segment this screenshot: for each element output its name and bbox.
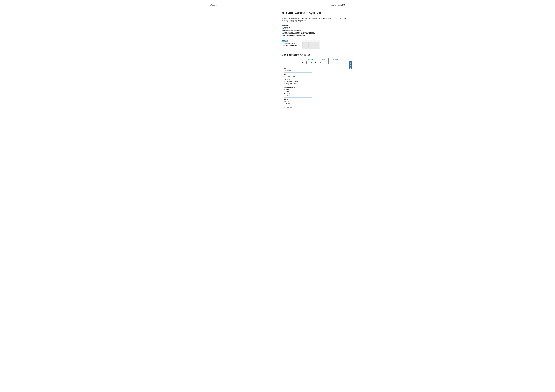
encoding-heading: TMRI 高速水冷式转矩马达 编码说明 xyxy=(282,54,347,56)
descriptor-label: 其它需求 xyxy=(284,98,312,100)
descriptor-block: 转子(磁铁)高度代码 5：50mm 7：70mm A：100mm F：150mm xyxy=(284,86,312,98)
descriptor-line: 5：50mm xyxy=(284,88,312,91)
descriptor-line: F：150mm xyxy=(284,95,312,97)
descriptor-label: 型式 xyxy=(284,73,312,75)
descriptor-line: G：矽钢片外径Φ530mm xyxy=(284,83,312,85)
descriptor-line: 7：70mm xyxy=(284,91,312,93)
feature-item: 最大瞬间转矩可达5300Nm xyxy=(282,29,347,32)
code-cell-c: C xyxy=(320,61,329,64)
side-tab: TMRI 高速水冷式转矩马达 xyxy=(349,61,352,69)
page-number-left: 30 xyxy=(208,4,209,6)
descriptor-label: 转子(磁铁)高度代码 xyxy=(284,86,312,89)
application-block: 应用范例： 工具机(Machine tool) 回转工作台(Rotary tab… xyxy=(282,40,347,49)
descriptor-line: A：100mm xyxy=(284,93,312,95)
descriptor-label: 矽钢片尺寸代码 xyxy=(284,79,312,81)
brand-right: HIWIN xyxy=(331,3,345,5)
descriptor-label: 系列 xyxy=(284,68,312,70)
descriptor-block: 其它需求 ：标准件 C：客制件 xyxy=(284,98,312,105)
descriptor-line: RI：高速定转子系列 xyxy=(284,75,312,77)
group-head-wiring: 配线代码 xyxy=(331,58,340,61)
descriptor-line: A：矽钢片外径Φ360mm xyxy=(284,81,312,83)
header-left: 30 HIWIN MR99TS01-1800 xyxy=(208,3,273,7)
descriptor-block: 矽钢片尺寸代码 A：矽钢片外径Φ360mm G：矽钢片外径Φ530mm xyxy=(284,78,312,86)
descriptor-block: 型式 RI：高速定转子系列 xyxy=(284,72,312,78)
brand-subtitle: Torque Motor (Direct Drive Motor) xyxy=(331,5,345,6)
descriptor-line: C：客制件 xyxy=(284,102,312,104)
intro-paragraph: 特殊设计，可搭配弱磁控制达到极高转速需求，同时适用各种需要大输出且精准定位之工业… xyxy=(282,17,347,22)
encoding-heading-text: TMRI 高速水冷式转矩马达 编码说明 xyxy=(284,54,310,56)
descriptor-area: 系列 TM：转矩马达 型式 RI：高速定转子系列 矽钢片尺寸代码 A：矽钢片外径… xyxy=(284,67,347,110)
descriptor-block: XX：配线代码 xyxy=(284,106,312,110)
code-table: 马达规格 TM RI A 5 选配件 C - 配线代码 xyxy=(302,58,347,64)
code-dash: - xyxy=(329,62,331,64)
brand-left: HIWIN xyxy=(210,3,217,5)
feature-item: 定转子同心校正固定出货，安装简易无须重新校正 xyxy=(282,32,347,34)
descriptor-line: ：标准件 xyxy=(284,100,312,102)
code-cell-ri: RI xyxy=(307,61,311,64)
feature-item: 可搭配弱磁控制满足更高转速需求 xyxy=(282,34,347,37)
group-head-option: 选配件 xyxy=(320,58,329,61)
descriptor-block: 系列 TM：转矩马达 xyxy=(284,67,312,72)
application-image xyxy=(301,40,320,49)
doc-code: MR99TS01-1800 xyxy=(210,5,217,6)
feature-item: 水冷式 xyxy=(282,24,347,27)
section-title: 3. TMRI 高速水冷式转矩马达 xyxy=(282,11,347,15)
code-cell-a: A xyxy=(311,61,315,64)
code-cell-tm: TM xyxy=(302,61,307,64)
square-bullet-icon xyxy=(282,55,283,56)
application-line: 回转工作台(Rotary table) xyxy=(282,45,297,47)
application-line: 工具机(Machine tool) xyxy=(282,43,297,45)
descriptor-line: TM：转矩马达 xyxy=(284,70,312,72)
feature-item: 大中空轴 xyxy=(282,27,347,29)
feature-list: 水冷式 大中空轴 最大瞬间转矩可达5300Nm 定转子同心校正固定出货，安装简易… xyxy=(282,24,347,37)
group-head-motor: 马达规格 xyxy=(302,58,320,61)
application-title: 应用范例： xyxy=(282,40,297,42)
descriptor-line: XX：配线代码 xyxy=(284,107,312,109)
code-cell-xx: XX xyxy=(331,61,340,64)
code-cell-5: 5 xyxy=(315,61,320,64)
page-number-right: 31 xyxy=(346,4,347,6)
header-right: HIWIN Torque Motor (Direct Drive Motor) … xyxy=(282,3,347,7)
